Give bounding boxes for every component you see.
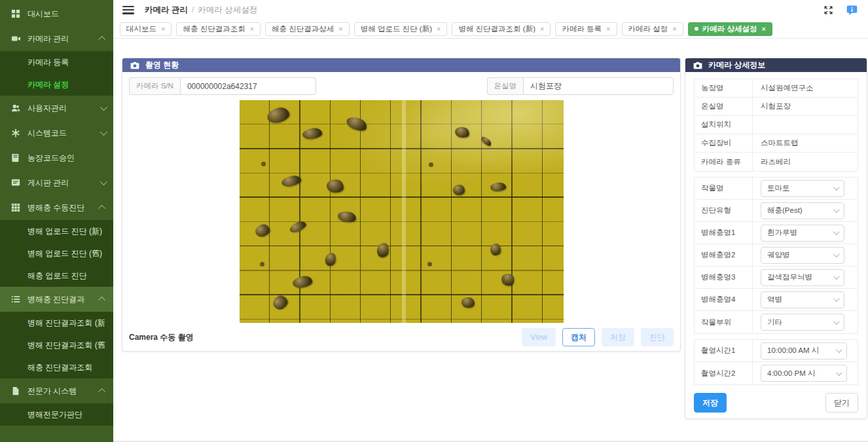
trap-hole-dot [260,262,264,267]
tab-pest-result-detail[interactable]: 해충 진단결과상세× [265,22,350,36]
sidebar-group-expert-system[interactable]: 전문가 시스템 [0,378,113,403]
close-panel-button[interactable]: 닫기 [825,393,858,413]
camera-sn-label: 카메라 S/N [129,77,180,95]
camera-detail-panel: 카메라 상세정보 농장명시설원예연구소 온실명시험포장 설치위치 수집장비스마트… [685,58,867,419]
row-value: 시설원예연구소 [752,79,858,97]
insect-blob [302,126,323,139]
crop-name-select[interactable]: 토마토 [761,180,844,197]
close-icon[interactable]: × [540,26,544,33]
close-icon[interactable]: × [161,26,165,33]
close-icon[interactable]: × [250,26,254,33]
camera-detail-header: 카메라 상세정보 [685,58,867,72]
select-value: 역병 [767,295,782,304]
view-button[interactable]: View [522,328,556,346]
close-icon[interactable]: × [437,26,441,33]
breadcrumb-separator: / [192,5,194,14]
sidebar-item-disease-expert-judgement[interactable]: 병해전문가판단 [0,403,113,426]
diagnose-button[interactable]: 진단 [641,328,674,346]
row-label: 병해충명2 [695,250,752,260]
close-icon[interactable]: × [338,26,342,33]
diagnosis-type-select[interactable]: 해충(Pest) [761,202,844,219]
pest-name-3-select[interactable]: 갈색점무늬병 [761,269,844,286]
tab-dashboard[interactable]: 대시보드× [120,22,172,36]
table-row: 병해충명2궤양병 [695,244,858,267]
tab-label: 해충 진단결과상세 [272,24,334,34]
row-label: 촬영시간2 [695,369,752,378]
row-label: 온실명 [695,101,752,111]
tab-label: 카메라 등록 [562,24,602,34]
insect-blob [281,174,302,188]
tab-camera-detail-settings[interactable]: 카메라 상세설정× [688,22,772,36]
sidebar-item-label: 카메라 관리 [27,33,100,45]
capture-time-2-select[interactable]: 4:00:00 PM 시 [761,365,847,382]
close-icon[interactable]: × [606,26,610,33]
tab-disease-results-new[interactable]: 병해 진단결과조회 (新)× [452,22,551,36]
pest-name-4-select[interactable]: 역병 [761,291,844,308]
chat-info-icon[interactable] [844,3,859,17]
insect-blob [376,242,390,258]
sidebar-item-camera-register[interactable]: 카메라 등록 [0,51,113,73]
sidebar-group-manual-diagnosis[interactable]: 병해충 수동진단 [0,195,113,220]
tab-camera-register[interactable]: 카메라 등록× [555,22,617,36]
tab-bar: 대시보드× 해충 진단결과조회× 해충 진단결과상세× 병해 업로드 진단 (新… [113,20,868,39]
insect-blob [345,115,369,133]
tab-disease-upload-new[interactable]: 병해 업로드 진단 (新)× [354,22,448,36]
sidebar-submenu-expert: 병해전문가판단 [0,403,113,426]
sidebar-item-label: 병해충 진단결과 [27,294,100,305]
capture-status-header: 촬영 현황 [122,58,680,72]
trap-hole-dot [427,262,432,267]
sidebar-item-disease-results-new[interactable]: 병해 진단결과조회 (新) [0,312,113,334]
pest-name-1-select[interactable]: 흰가루병 [761,225,844,242]
grid-icon [10,203,21,212]
tab-label: 해충 진단결과조회 [183,24,245,34]
close-icon[interactable]: × [761,26,765,33]
sidebar-group-diagnosis-results[interactable]: 병해충 진단결과 [0,287,113,312]
tab-camera-settings[interactable]: 카메라 설정× [622,22,683,36]
camera-sn-input[interactable] [180,77,316,95]
sidebar-submenu-manual-diagnosis: 병해 업로드 진단 (新) 병해 업로드 진단 (舊) 해충 업로드 진단 [0,220,113,287]
sidebar-item-disease-upload-new[interactable]: 병해 업로드 진단 (新) [0,220,113,242]
insect-blob [265,105,291,125]
sidebar-item-pest-results[interactable]: 해충 진단결과조회 [0,356,113,378]
breadcrumb-page: 카메라 상세설정 [198,5,257,16]
panel-title: 촬영 현황 [145,60,179,71]
sidebar-item-label: 카메라 등록 [27,57,105,68]
table-row: 농장명시설원예연구소 [695,79,858,98]
row-label: 병해충명4 [695,295,752,304]
select-value: 해충(Pest) [767,206,803,215]
capture-time-1-select[interactable]: 10:00:00 AM 시 [761,342,847,359]
table-row: 작물부위기타 [695,311,858,333]
crop-part-select[interactable]: 기타 [761,314,844,331]
sidebar-item-pest-upload[interactable]: 해충 업로드 진단 [0,265,113,287]
menu-toggle-icon[interactable] [122,6,134,14]
save-settings-button[interactable]: 저장 [694,393,727,413]
sidebar-group-user-management[interactable]: 사용자관리 [0,96,113,120]
chevron-down-icon [833,273,840,280]
sidebar-item-farm-code-approval[interactable]: 농장코드승인 [0,145,113,170]
capture-button[interactable]: 캡처 [562,328,595,346]
fullscreen-icon[interactable] [821,3,835,17]
sidebar-item-disease-upload-old[interactable]: 병해 업로드 진단 (舊) [0,242,113,265]
trap-hole-dot [261,162,266,166]
row-label: 수집장비 [695,138,752,148]
sidebar-group-camera-management[interactable]: 카메라 관리 [0,26,113,51]
row-value: 시험포장 [752,98,858,115]
greenhouse-input[interactable] [523,77,674,95]
sidebar-group-system-code[interactable]: 시스템코드 [0,120,113,145]
tab-pest-results[interactable]: 해충 진단결과조회× [176,22,261,36]
table-row: 온실명시험포장 [695,98,858,116]
close-icon[interactable]: × [672,26,676,33]
save-capture-button[interactable]: 저장 [602,328,634,346]
camera-icon [130,62,139,69]
sidebar-item-camera-settings[interactable]: 카메라 설정 [0,73,113,96]
pest-name-2-select[interactable]: 궤양병 [761,247,844,264]
row-label: 진단유형 [695,206,752,215]
camera-settings-table: 작물명토마토 진단유형해충(Pest) 병해충명1흰가루병 병해충명2궤양병 병… [694,177,858,334]
sidebar-item-dashboard[interactable]: 대시보드 [0,1,113,26]
row-label: 작물부위 [695,318,752,327]
select-value: 기타 [767,318,782,327]
sidebar-group-board-management[interactable]: 게시판 관리 [0,170,113,195]
sidebar-item-disease-results-old[interactable]: 병해 진단결과조회 (舊) [0,334,113,356]
insect-blob [480,135,493,147]
sidebar-item-label: 게시판 관리 [27,177,100,189]
